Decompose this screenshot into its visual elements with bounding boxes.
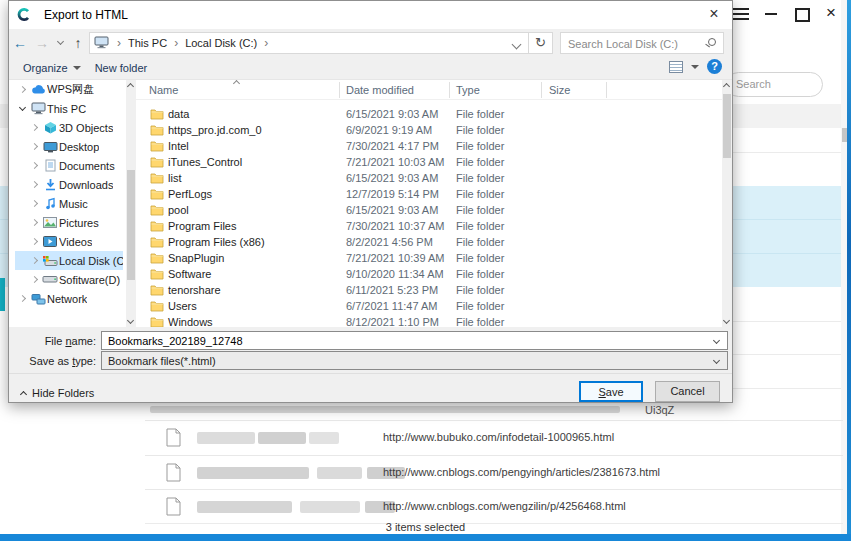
chevron-up-icon	[20, 390, 27, 397]
save-button[interactable]: Save	[579, 381, 643, 402]
chevron-collapsed-icon[interactable]	[27, 201, 41, 206]
bookmark-row[interactable]: http://www.bubuko.com/infodetail-1000965…	[145, 420, 843, 454]
organize-button[interactable]: Organize	[23, 62, 81, 74]
chevron-down-icon[interactable]	[713, 337, 720, 344]
file-row-tenorshare[interactable]: tenorshare6/11/2021 5:23 PMFile folder	[136, 282, 723, 298]
background-search-input[interactable]: Search	[726, 72, 823, 97]
dialog-close-button[interactable]: ×	[700, 3, 728, 25]
document-icon	[41, 159, 59, 172]
sidebar-item-music[interactable]: Music	[15, 194, 123, 213]
redacted-title-block	[197, 432, 255, 444]
view-dropdown-icon[interactable]	[691, 65, 699, 69]
navigation-pane: WPS网盘This PC3D ObjectsDesktopDocumentsDo…	[9, 80, 136, 327]
file-row-https-pro-jd-com-0[interactable]: https_pro.jd.com_06/9/2021 9:19 AMFile f…	[136, 122, 723, 138]
sidebar-item-label: Pictures	[59, 217, 99, 229]
hamburger-menu-icon[interactable]	[733, 5, 749, 21]
chevron-collapsed-icon[interactable]	[15, 87, 29, 92]
file-row-users[interactable]: Users6/7/2021 11:47 AMFile folder	[136, 298, 723, 314]
help-icon[interactable]: ?	[707, 59, 722, 74]
chevron-expanded-icon[interactable]	[15, 107, 29, 110]
filelist-scrollbar[interactable]	[722, 80, 732, 327]
column-divider	[449, 82, 450, 98]
folder-icon	[150, 284, 164, 298]
new-folder-button[interactable]: New folder	[95, 62, 148, 74]
redacted-title-block	[197, 467, 309, 479]
sidebar-item-videos[interactable]: Videos	[15, 232, 123, 251]
chevron-collapsed-icon[interactable]	[27, 144, 41, 149]
column-header-size[interactable]: Size	[549, 84, 570, 96]
teal-accent-bar	[0, 278, 5, 311]
file-name: tenorshare	[168, 284, 221, 296]
close-window-button[interactable]: ×	[823, 5, 839, 21]
save-type-select[interactable]: Bookmark files(*.html)	[101, 351, 728, 370]
sidebar-item-network[interactable]: Network	[15, 289, 123, 308]
sidebar-scrollbar[interactable]	[126, 80, 136, 327]
up-directory-button[interactable]: ↑	[67, 35, 89, 51]
change-view-icon[interactable]	[669, 61, 683, 73]
scroll-up-icon[interactable]	[127, 83, 134, 90]
sidebar-item-pictures[interactable]: Pictures	[15, 213, 123, 232]
bookmark-row[interactable]: http://www.cnblogs.com/wengzilin/p/42564…	[145, 489, 843, 523]
file-date: 6/9/2021 9:19 AM	[346, 124, 432, 136]
cancel-button[interactable]: Cancel	[655, 381, 720, 402]
folder-icon	[150, 252, 164, 266]
chevron-collapsed-icon[interactable]	[15, 296, 29, 301]
chevron-collapsed-icon[interactable]	[27, 258, 41, 263]
breadcrumb-dropdown-icon[interactable]	[512, 40, 522, 50]
search-icon[interactable]	[708, 38, 716, 46]
chevron-collapsed-icon[interactable]	[27, 239, 41, 244]
refresh-button[interactable]: ↻	[529, 32, 553, 54]
dialog-titlebar[interactable]: Export to HTML ×	[9, 1, 732, 29]
filelist-scroll-thumb[interactable]	[723, 94, 731, 158]
chevron-collapsed-icon[interactable]	[27, 220, 41, 225]
search-input[interactable]	[561, 33, 701, 53]
maximize-button[interactable]	[793, 5, 809, 21]
file-row-program-files[interactable]: Program Files7/30/2021 10:37 AMFile fold…	[136, 218, 723, 234]
chevron-collapsed-icon[interactable]	[27, 125, 41, 130]
folder-icon	[150, 220, 164, 234]
breadcrumb[interactable]: ›This PC›Local Disk (C:)›	[89, 32, 529, 54]
chevron-collapsed-icon[interactable]	[27, 182, 41, 187]
bookmark-row[interactable]: http://www.cnblogs.com/pengyingh/article…	[145, 455, 843, 489]
file-row-itunes-control[interactable]: iTunes_Control7/21/2021 10:03 AMFile fol…	[136, 154, 723, 170]
file-row-snapplugin[interactable]: SnapPlugin7/21/2021 10:39 AMFile folder	[136, 250, 723, 266]
file-name-input[interactable]	[102, 332, 692, 349]
sidebar-item-sofitware-d-d[interactable]: Sofitware(D) (D:)	[15, 270, 123, 289]
dialog-toolbar: Organize New folder	[9, 57, 732, 80]
history-dropdown-icon[interactable]	[53, 42, 67, 44]
scroll-down-icon[interactable]	[723, 317, 730, 324]
sidebar-item-desktop[interactable]: Desktop	[15, 137, 123, 156]
column-header-type[interactable]: Type	[456, 84, 480, 96]
file-row-data[interactable]: data6/15/2021 9:03 AMFile folder	[136, 106, 723, 122]
column-header-name[interactable]: Name	[149, 84, 178, 96]
back-arrow-button[interactable]: ←	[9, 35, 31, 51]
sidebar-item-downloads[interactable]: Downloads	[15, 175, 123, 194]
breadcrumb-item[interactable]: This PC	[128, 37, 167, 49]
column-divider	[541, 82, 542, 98]
file-type: File folder	[456, 284, 504, 296]
file-row-list[interactable]: list6/15/2021 9:03 AMFile folder	[136, 170, 723, 186]
forward-arrow-button[interactable]: →	[31, 35, 53, 51]
sidebar-item-local-disk-c[interactable]: Local Disk (C:)	[15, 251, 123, 270]
file-row-windows[interactable]: Windows8/12/2021 1:10 PMFile folder	[136, 314, 723, 327]
minimize-button[interactable]	[763, 5, 779, 21]
navigation-bar: ← → ↑ ›This PC›Local Disk (C:)› ↻	[9, 31, 732, 55]
sidebar-item-3d-objects[interactable]: 3D Objects	[15, 118, 123, 137]
chevron-collapsed-icon[interactable]	[27, 163, 41, 168]
sidebar-scroll-thumb[interactable]	[127, 170, 135, 280]
file-row-pool[interactable]: pool6/15/2021 9:03 AMFile folder	[136, 202, 723, 218]
sidebar-item-wps[interactable]: WPS网盘	[15, 80, 123, 99]
file-row-intel[interactable]: Intel7/30/2021 4:17 PMFile folder	[136, 138, 723, 154]
sidebar-item-this-pc[interactable]: This PC	[15, 99, 123, 118]
scroll-up-icon[interactable]	[723, 83, 730, 90]
sidebar-item-documents[interactable]: Documents	[15, 156, 123, 175]
file-row-program-files-x86[interactable]: Program Files (x86)8/2/2021 4:56 PMFile …	[136, 234, 723, 250]
hide-folders-button[interactable]: Hide Folders	[21, 387, 94, 399]
scroll-down-icon[interactable]	[127, 317, 134, 324]
chevron-collapsed-icon[interactable]	[27, 277, 41, 282]
desktop-icon	[41, 141, 59, 153]
file-row-perflogs[interactable]: PerfLogs12/7/2019 5:14 PMFile folder	[136, 186, 723, 202]
file-row-software[interactable]: Software9/10/2020 11:34 AMFile folder	[136, 266, 723, 282]
column-header-date[interactable]: Date modified	[346, 84, 414, 96]
breadcrumb-item[interactable]: Local Disk (C:)	[185, 37, 257, 49]
